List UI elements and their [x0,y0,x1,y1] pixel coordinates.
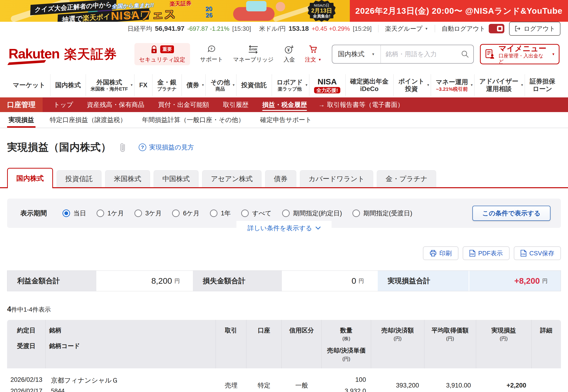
tab-gold-platinum[interactable]: 金・プラチナ [377,170,436,187]
divider [435,25,435,32]
print-button[interactable]: 印刷 [423,246,458,260]
nikkei-change: -697.87 -1.21% [187,25,229,32]
event-datetime: 2026年2月13日(金) 20:00〜 @NISAランド&YouTube [350,0,568,22]
auto-logout-control: 自動ログアウト [442,24,504,33]
nav-roboad[interactable]: ロボアド楽ラップ他▼ [272,74,309,96]
total-amount: +8,200 [514,276,540,286]
rakuten-group-label: 楽天グループ [385,25,422,33]
auto-logout-toggle[interactable] [489,24,504,33]
nav-advisor[interactable]: アドバイザー運用相談▼ [474,74,524,96]
cell-margin-type: 一般 [282,368,322,392]
radio-icon[interactable] [241,210,249,217]
acct-nav-pnl-tax[interactable]: 損益・税金履歴 [262,97,307,112]
moneybridge-button[interactable]: BANK マネーブリッジ [233,45,274,63]
chevron-down-icon: ▼ [470,83,473,87]
rakuten-group-menu[interactable]: 楽天グループ ▼ [385,25,428,33]
period-option-6months[interactable]: 6ケ月 [172,209,199,218]
main-navigation: マーケット 国内株式 外国株式米国株・海外ETF▼ FX 金・銀プラチナ 債券▼… [0,73,568,98]
cell-amount: 393,200 [371,368,424,392]
rakuten-securities-logo[interactable]: Rakuten 楽天証券 [9,46,117,63]
nav-securities-loan[interactable]: 証券担保ローン [525,74,560,96]
support-question-icon: ? [207,45,216,54]
tab-us-stocks[interactable]: 米国株式 [105,170,150,187]
radio-icon[interactable] [97,210,104,217]
acct-nav-trade-history[interactable]: 取引履歴 [223,97,249,112]
nav-sublabel: ローン [533,85,552,93]
tab-covered-warrants[interactable]: カバードワラント [300,170,374,187]
period-option-custom-trade-date[interactable]: 期間指定(約定日) [282,209,342,218]
pdf-label: PDF表示 [478,249,503,257]
support-label: サポート [200,56,223,63]
search-category-select[interactable]: 国内株式 ▼ [332,50,381,59]
radio-icon[interactable] [282,210,290,217]
support-button[interactable]: ? サポート [200,45,223,63]
svg-text:PDF: PDF [470,253,474,255]
security-label: セキュリティ設定 [139,56,185,63]
period-option-1month[interactable]: 1ケ月 [97,209,124,218]
radio-icon[interactable] [135,210,142,217]
chevron-down-icon: ▼ [552,52,555,56]
apply-filter-button[interactable]: この条件で表示する [472,206,551,221]
deposit-button[interactable]: ¥ 入金 [284,45,295,63]
security-settings-button[interactable]: 重要 セキュリティ設定 [135,43,190,65]
period-option-3months[interactable]: 3ケ月 [135,209,162,218]
radio-selected-icon[interactable] [62,210,70,217]
subtab-annual-calc[interactable]: 年間損益計算（一般口座・その他） [142,112,244,128]
nav-domestic-stocks[interactable]: 国内株式 [50,74,85,96]
csv-save-button[interactable]: CSV CSV保存 [514,246,561,260]
logout-button[interactable]: ログアウト [509,22,560,36]
period-option-all[interactable]: すべて [241,209,272,218]
period-option-today[interactable]: 当日 [62,209,86,218]
nav-label: 外国株式 [97,79,122,86]
fes-year: 2026 [205,5,213,19]
paperclip-icon[interactable] [118,142,127,153]
tab-domestic-stocks[interactable]: 国内株式 [7,168,53,188]
acct-nav-assets[interactable]: 資産残高・保有商品 [87,97,144,112]
nav-gold-platinum[interactable]: 金・銀プラチナ [152,74,181,96]
pnl-help-link[interactable]: ? 実現損益の見方 [139,143,194,152]
nav-sublabel: 投資 [405,85,418,93]
acct-nav-withdrawable[interactable]: 買付・出金可能額 [158,97,209,112]
search-input[interactable] [381,51,461,58]
nav-money-management[interactable]: マネー運用~3.21%税引前▼ [431,74,474,96]
nav-fx[interactable]: FX [134,74,152,96]
lock-icon [150,45,158,54]
subtab-realized-pnl[interactable]: 実現損益 [9,112,34,128]
mymenu-button[interactable]: マイメニュー 口座管理・入出金など ▼ [480,44,559,64]
radio-icon[interactable] [210,210,218,217]
report-documents-link[interactable]: → 取引報告書等（電子書面） [318,98,404,112]
nav-label: 確定拠出年金 [350,78,389,85]
col-account: 口座 [246,320,282,368]
subtab-tax-support[interactable]: 確定申告サポート [260,112,312,128]
radio-icon[interactable] [172,210,180,217]
tab-bonds[interactable]: 債券 [265,170,296,187]
radio-icon[interactable] [352,210,360,217]
tab-mutual-funds[interactable]: 投資信託 [57,170,102,187]
acct-nav-top[interactable]: トップ [54,97,73,112]
tab-china-stocks[interactable]: 中国株式 [154,170,199,187]
nav-other-products[interactable]: その他商品▼ [205,74,236,96]
nav-mutual-funds[interactable]: 投資信託 [236,74,271,96]
campaign-banner[interactable]: クイズ大会正解者の中から 抽選で楽天ポイント進呈！ 全国から集まれ!! 楽天証券… [0,0,568,22]
nav-account-management[interactable]: 口座管理 [0,98,43,112]
nikkei-time: [15:30] [232,25,251,32]
pdf-view-button[interactable]: PDF PDF表示 [463,246,509,260]
nav-nisa[interactable]: NISA全力応援! [309,74,345,96]
radio-label: 1年 [221,209,231,218]
nav-foreign-stocks[interactable]: 外国株式米国株・海外ETF▼ [86,74,134,96]
tab-asean-stocks[interactable]: アセアン株式 [202,170,262,187]
period-option-1year[interactable]: 1年 [210,209,231,218]
subtab-specific-account[interactable]: 特定口座損益（譲渡益税） [50,112,126,128]
detail-link-label: 詳しい条件を表示する [247,224,312,232]
detail-conditions-link[interactable]: 詳しい条件を表示する [247,224,320,232]
nav-bonds[interactable]: 債券▼ [181,74,205,96]
nav-ideco[interactable]: 確定拠出年金iDeCo [345,74,393,96]
nikkei-label: 日経平均 [128,25,152,33]
nav-point-investment[interactable]: ポイント投資▼ [393,74,431,96]
order-button[interactable]: 注文▼ [305,45,321,63]
nav-market[interactable]: マーケット [8,74,50,96]
chevron-down-icon: ▼ [425,27,428,30]
nav-sublabel: プラチナ [157,86,177,92]
period-option-custom-settle-date[interactable]: 期間指定(受渡日) [352,209,412,218]
search-icon[interactable] [461,50,469,58]
